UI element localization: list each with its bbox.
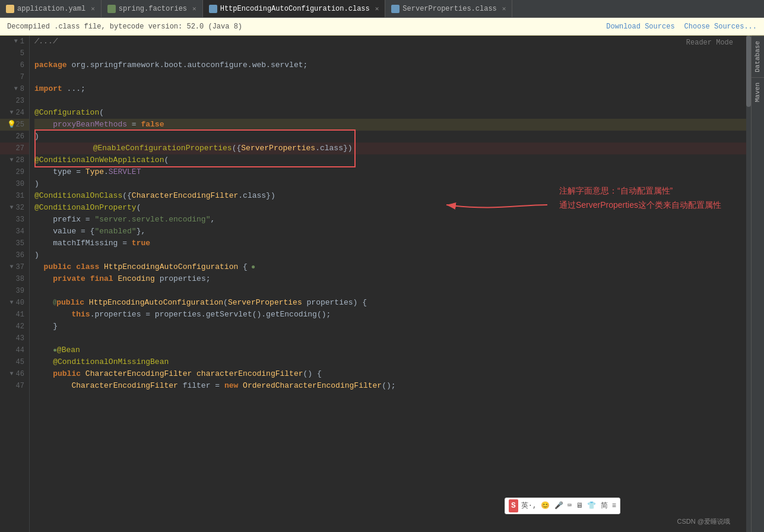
ln-39: 39	[0, 285, 29, 297]
code-text: @ConditionalOnMissingBean	[53, 356, 169, 368]
tab-close-application[interactable]: ✕	[91, 5, 95, 12]
code-text	[34, 119, 53, 131]
code-text: class	[76, 261, 104, 273]
ln-41: 41	[0, 309, 29, 321]
info-bar: Decompiled .class file, bytecode version…	[0, 18, 764, 36]
code-line-24: @Configuration(	[34, 107, 751, 119]
maven-tab[interactable]: Maven	[752, 77, 764, 107]
info-bar-text: Decompiled .class file, bytecode version…	[7, 23, 242, 31]
class-icon-2	[391, 5, 400, 13]
code-text: true	[132, 238, 150, 249]
code-text: /.../	[34, 36, 62, 48]
ln-1: ▼1	[0, 36, 29, 48]
code-text: () {	[303, 368, 322, 380]
info-bar-links: Download Sources Choose Sources...	[606, 23, 757, 31]
tab-label: ServerProperties.class	[402, 5, 496, 13]
code-text: OrderedCharacterEncodingFilter	[243, 380, 382, 392]
code-line-38: private final Encoding properties;	[34, 273, 751, 285]
ln-8: ▼8	[0, 83, 29, 95]
ln-31: 31	[0, 190, 29, 202]
code-text: org.springframework.boot.autoconfigure.w…	[71, 59, 307, 71]
code-text: Type	[85, 166, 104, 178]
code-text: HttpEncodingAutoConfiguration	[89, 297, 223, 309]
bean-icon: ●	[53, 344, 57, 356]
class-icon-gutter: ●	[251, 261, 255, 273]
ln-5: 5	[0, 48, 29, 59]
right-sidebar: Database Maven	[751, 36, 764, 532]
code-text: properties;	[160, 273, 211, 285]
code-text: @ConditionalOnProperty	[34, 202, 137, 214]
code-line-23	[34, 95, 751, 107]
code-text: public	[56, 297, 89, 309]
code-line-8: import ...;	[34, 83, 751, 95]
ln-42: 42	[0, 321, 29, 332]
tab-server-properties[interactable]: ServerProperties.class ✕	[385, 0, 512, 17]
code-text: value = {	[34, 226, 94, 238]
code-text: (	[99, 107, 104, 119]
download-sources-link[interactable]: Download Sources	[606, 23, 674, 31]
ln-6: 6	[0, 59, 29, 71]
database-tab[interactable]: Database	[752, 36, 764, 77]
tab-http-encoding[interactable]: HttpEncodingAutoConfiguration.class ✕	[203, 0, 386, 17]
code-text: CharacterEncodingFilter	[71, 380, 182, 392]
ln-36: 36	[0, 249, 29, 261]
code-text: @Configuration	[34, 107, 99, 119]
code-text: ...;	[67, 83, 85, 95]
tab-spring-factories[interactable]: spring.factories ✕	[102, 0, 203, 17]
scrollbar-track[interactable]	[746, 36, 751, 532]
code-text: properties) {	[307, 297, 367, 309]
code-content[interactable]: Reader Mode /.../ package org.springfram…	[30, 36, 751, 532]
code-line-35: matchIfMissing = true	[34, 238, 751, 249]
code-text: filter =	[183, 380, 224, 392]
code-text: .class})	[238, 190, 275, 202]
code-text: (	[122, 190, 127, 202]
ln-38: 38	[0, 273, 29, 285]
code-text: (	[164, 154, 169, 166]
code-line-6: package org.springframework.boot.autocon…	[34, 59, 751, 71]
code-text: ServerProperties	[241, 144, 315, 153]
code-text: .class})	[315, 144, 352, 153]
line-numbers: ▼1 5 6 7 ▼8 23 ▼24 💡25 26 27 ▼28 29 30 3…	[0, 36, 30, 532]
class-icon	[209, 5, 217, 13]
code-line-32: @ConditionalOnProperty(	[34, 202, 751, 214]
code-area[interactable]: ▼1 5 6 7 ▼8 23 ▼24 💡25 26 27 ▼28 29 30 3…	[0, 36, 751, 532]
tab-close-http[interactable]: ✕	[375, 5, 379, 12]
code-text: package	[34, 59, 71, 71]
code-text	[34, 273, 53, 285]
ln-32: ▼32	[0, 202, 29, 214]
code-text: }	[34, 321, 58, 332]
code-text: @ConditionalOnWebApplication	[34, 154, 164, 166]
tab-close-server[interactable]: ✕	[502, 5, 506, 12]
main-container: ▼1 5 6 7 ▼8 23 ▼24 💡25 26 27 ▼28 29 30 3…	[0, 36, 764, 532]
code-text	[34, 309, 71, 321]
code-text: characterEncodingFilter	[196, 368, 303, 380]
code-text: proxyBeanMethods	[53, 119, 127, 131]
ln-29: 29	[0, 166, 29, 178]
tab-label: application.yaml	[17, 5, 85, 13]
scrollbar-thumb[interactable]	[746, 36, 751, 107]
code-line-7	[34, 71, 751, 83]
code-line-37: public class HttpEncodingAutoConfigurati…	[34, 261, 751, 273]
code-text: {	[127, 190, 132, 202]
code-line-46: public CharacterEncodingFilter character…	[34, 368, 751, 380]
code-text	[34, 297, 53, 309]
code-text	[34, 261, 44, 273]
tab-close-factories[interactable]: ✕	[192, 5, 196, 12]
code-text: CharacterEncodingFilter	[85, 368, 196, 380]
ln-45: 45	[0, 356, 29, 368]
choose-sources-link[interactable]: Choose Sources...	[684, 23, 757, 31]
code-text: type =	[34, 166, 85, 178]
input-toolbar: S 英·, 😊 🎤 ⌨ 🖥 👕 简 ≡	[505, 498, 620, 514]
tab-bar: application.yaml ✕ spring.factories ✕ Ht…	[0, 0, 764, 18]
ln-27: 27	[0, 142, 29, 154]
s-icon: S	[509, 499, 518, 512]
ln-25: 💡25	[0, 119, 29, 131]
code-text: ,	[210, 214, 215, 226]
code-text: ServerProperties	[228, 297, 307, 309]
code-text: (	[137, 202, 141, 214]
tab-application[interactable]: application.yaml ✕	[0, 0, 102, 17]
code-line-33: prefix = "server.servlet.encoding",	[34, 214, 751, 226]
code-line-28: @ConditionalOnWebApplication(	[34, 154, 751, 166]
csdn-watermark: CSDN @爱睡说哦	[677, 515, 730, 527]
code-text: CharacterEncodingFilter	[132, 190, 238, 202]
